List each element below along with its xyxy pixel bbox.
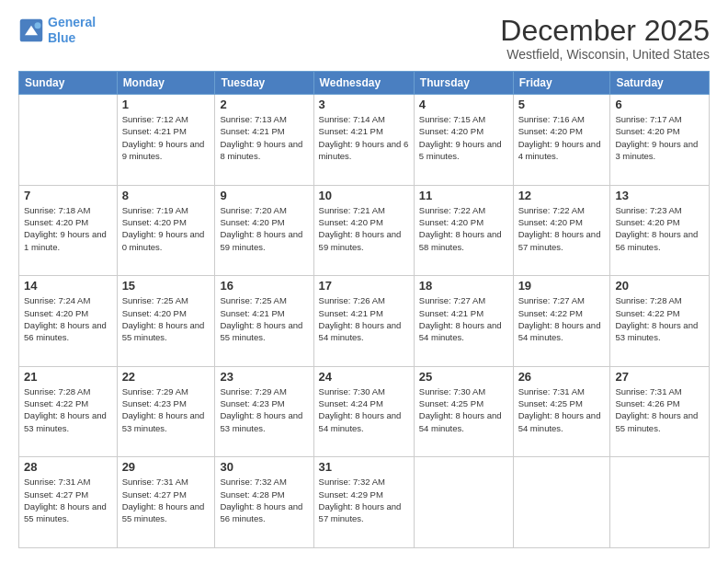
day-info: Sunrise: 7:21 AM Sunset: 4:20 PM Dayligh… (319, 204, 409, 253)
day-info: Sunrise: 7:30 AM Sunset: 4:24 PM Dayligh… (319, 385, 409, 434)
day-info: Sunrise: 7:29 AM Sunset: 4:23 PM Dayligh… (220, 385, 308, 434)
day-number: 3 (319, 98, 409, 111)
day-info: Sunrise: 7:15 AM Sunset: 4:20 PM Dayligh… (419, 113, 508, 162)
day-number: 15 (122, 279, 210, 293)
day-info: Sunrise: 7:31 AM Sunset: 4:25 PM Dayligh… (518, 385, 606, 434)
day-info: Sunrise: 7:16 AM Sunset: 4:20 PM Dayligh… (518, 113, 606, 162)
day-info: Sunrise: 7:28 AM Sunset: 4:22 PM Dayligh… (24, 385, 112, 434)
day-number: 24 (319, 370, 409, 384)
day-number: 10 (319, 189, 409, 202)
calendar-cell: 23Sunrise: 7:29 AM Sunset: 4:23 PM Dayli… (215, 366, 313, 457)
calendar-cell: 26Sunrise: 7:31 AM Sunset: 4:25 PM Dayli… (513, 366, 610, 457)
day-info: Sunrise: 7:12 AM Sunset: 4:21 PM Dayligh… (122, 113, 210, 162)
day-number: 23 (220, 370, 308, 384)
day-number: 2 (220, 98, 308, 111)
calendar-cell: 24Sunrise: 7:30 AM Sunset: 4:24 PM Dayli… (313, 366, 414, 457)
day-info: Sunrise: 7:26 AM Sunset: 4:21 PM Dayligh… (319, 294, 409, 343)
title-block: December 2025 Westfield, Wisconsin, Unit… (500, 15, 710, 62)
calendar-week-1: 1Sunrise: 7:12 AM Sunset: 4:21 PM Daylig… (19, 95, 710, 186)
day-number: 6 (615, 98, 704, 111)
calendar-week-2: 7Sunrise: 7:18 AM Sunset: 4:20 PM Daylig… (19, 185, 710, 276)
calendar-cell: 5Sunrise: 7:16 AM Sunset: 4:20 PM Daylig… (513, 95, 610, 186)
calendar-cell: 29Sunrise: 7:31 AM Sunset: 4:27 PM Dayli… (117, 457, 215, 548)
calendar-cell: 2Sunrise: 7:13 AM Sunset: 4:21 PM Daylig… (215, 95, 313, 186)
calendar-cell: 22Sunrise: 7:29 AM Sunset: 4:23 PM Dayli… (117, 366, 215, 457)
calendar-cell: 4Sunrise: 7:15 AM Sunset: 4:20 PM Daylig… (414, 95, 513, 186)
calendar-cell: 11Sunrise: 7:22 AM Sunset: 4:20 PM Dayli… (414, 185, 513, 276)
day-number: 17 (319, 279, 409, 293)
day-number: 8 (122, 189, 210, 202)
day-info: Sunrise: 7:22 AM Sunset: 4:20 PM Dayligh… (419, 204, 508, 253)
day-number: 30 (220, 460, 308, 474)
day-number: 31 (319, 460, 409, 474)
day-number: 19 (518, 279, 606, 293)
logo: General Blue (18, 15, 96, 46)
day-number: 20 (615, 279, 704, 293)
calendar-week-3: 14Sunrise: 7:24 AM Sunset: 4:20 PM Dayli… (19, 276, 710, 367)
subtitle: Westfield, Wisconsin, United States (500, 47, 710, 62)
calendar-cell (414, 457, 513, 548)
day-number: 29 (122, 460, 210, 474)
calendar-cell: 8Sunrise: 7:19 AM Sunset: 4:20 PM Daylig… (117, 185, 215, 276)
day-info: Sunrise: 7:28 AM Sunset: 4:22 PM Dayligh… (615, 294, 704, 343)
day-info: Sunrise: 7:32 AM Sunset: 4:28 PM Dayligh… (220, 476, 308, 524)
day-info: Sunrise: 7:22 AM Sunset: 4:20 PM Dayligh… (518, 204, 606, 253)
calendar-header-friday: Friday (513, 72, 610, 95)
day-info: Sunrise: 7:31 AM Sunset: 4:27 PM Dayligh… (24, 476, 112, 524)
calendar-cell (513, 457, 610, 548)
day-info: Sunrise: 7:32 AM Sunset: 4:29 PM Dayligh… (319, 476, 409, 524)
calendar-header-saturday: Saturday (610, 72, 710, 95)
day-info: Sunrise: 7:31 AM Sunset: 4:27 PM Dayligh… (122, 476, 210, 524)
calendar-cell: 16Sunrise: 7:25 AM Sunset: 4:21 PM Dayli… (215, 276, 313, 367)
calendar-cell: 21Sunrise: 7:28 AM Sunset: 4:22 PM Dayli… (19, 366, 118, 457)
logo-text: General Blue (48, 15, 96, 46)
day-info: Sunrise: 7:23 AM Sunset: 4:20 PM Dayligh… (615, 204, 704, 253)
day-number: 28 (24, 460, 112, 474)
main-title: December 2025 (500, 15, 710, 47)
header: General Blue December 2025 Westfield, Wi… (18, 15, 710, 62)
day-number: 21 (24, 370, 112, 384)
day-number: 27 (615, 370, 704, 384)
calendar-week-5: 28Sunrise: 7:31 AM Sunset: 4:27 PM Dayli… (19, 457, 710, 548)
calendar-header-sunday: Sunday (19, 72, 118, 95)
calendar-cell: 13Sunrise: 7:23 AM Sunset: 4:20 PM Dayli… (610, 185, 710, 276)
day-number: 1 (122, 98, 210, 111)
day-info: Sunrise: 7:30 AM Sunset: 4:25 PM Dayligh… (419, 385, 508, 434)
day-number: 26 (518, 370, 606, 384)
calendar-header-tuesday: Tuesday (215, 72, 313, 95)
calendar-header-row: SundayMondayTuesdayWednesdayThursdayFrid… (19, 72, 710, 95)
day-info: Sunrise: 7:18 AM Sunset: 4:20 PM Dayligh… (24, 204, 112, 253)
day-number: 4 (419, 98, 508, 111)
calendar-cell: 14Sunrise: 7:24 AM Sunset: 4:20 PM Dayli… (19, 276, 118, 367)
page: General Blue December 2025 Westfield, Wi… (0, 0, 728, 563)
calendar-cell: 25Sunrise: 7:30 AM Sunset: 4:25 PM Dayli… (414, 366, 513, 457)
day-number: 13 (615, 189, 704, 202)
day-info: Sunrise: 7:25 AM Sunset: 4:20 PM Dayligh… (122, 294, 210, 343)
calendar-cell: 18Sunrise: 7:27 AM Sunset: 4:21 PM Dayli… (414, 276, 513, 367)
logo-general: General (48, 15, 96, 29)
day-info: Sunrise: 7:31 AM Sunset: 4:26 PM Dayligh… (615, 385, 704, 434)
calendar-week-4: 21Sunrise: 7:28 AM Sunset: 4:22 PM Dayli… (19, 366, 710, 457)
calendar-cell: 9Sunrise: 7:20 AM Sunset: 4:20 PM Daylig… (215, 185, 313, 276)
logo-icon (18, 17, 44, 43)
calendar-cell: 6Sunrise: 7:17 AM Sunset: 4:20 PM Daylig… (610, 95, 710, 186)
logo-blue: Blue (48, 30, 96, 46)
day-number: 5 (518, 98, 606, 111)
calendar-cell: 10Sunrise: 7:21 AM Sunset: 4:20 PM Dayli… (313, 185, 414, 276)
day-info: Sunrise: 7:25 AM Sunset: 4:21 PM Dayligh… (220, 294, 308, 343)
calendar-cell: 19Sunrise: 7:27 AM Sunset: 4:22 PM Dayli… (513, 276, 610, 367)
day-number: 18 (419, 279, 508, 293)
day-number: 9 (220, 189, 308, 202)
day-number: 14 (24, 279, 112, 293)
svg-point-2 (35, 22, 41, 29)
calendar-cell (19, 95, 118, 186)
calendar-header-monday: Monday (117, 72, 215, 95)
day-info: Sunrise: 7:29 AM Sunset: 4:23 PM Dayligh… (122, 385, 210, 434)
day-number: 11 (419, 189, 508, 202)
day-info: Sunrise: 7:19 AM Sunset: 4:20 PM Dayligh… (122, 204, 210, 253)
day-number: 7 (24, 189, 112, 202)
day-number: 25 (419, 370, 508, 384)
calendar-cell: 7Sunrise: 7:18 AM Sunset: 4:20 PM Daylig… (19, 185, 118, 276)
day-info: Sunrise: 7:24 AM Sunset: 4:20 PM Dayligh… (24, 294, 112, 343)
day-info: Sunrise: 7:20 AM Sunset: 4:20 PM Dayligh… (220, 204, 308, 253)
